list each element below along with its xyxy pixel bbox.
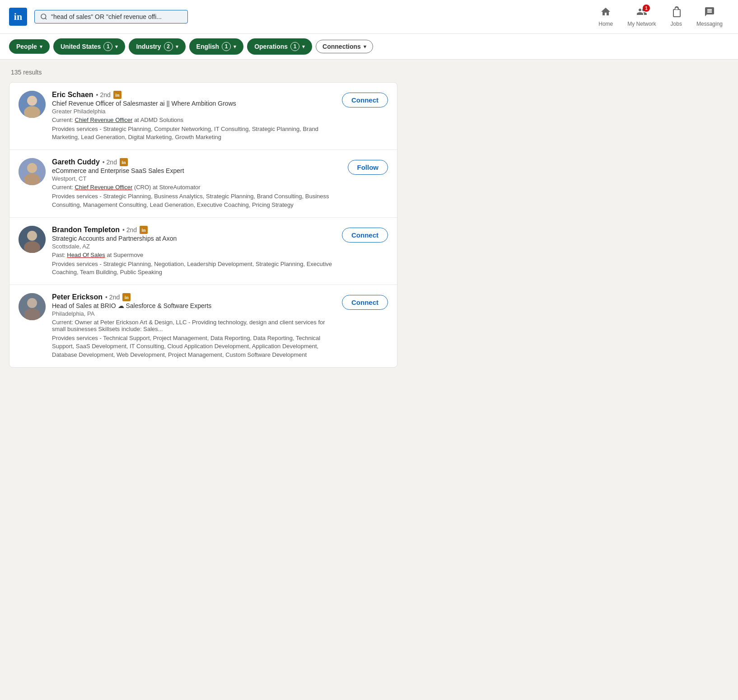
result-item-eric-schaen: Eric Schaen • 2nd in Chief Revenue Offic… [9,83,397,150]
result-name-gareth[interactable]: Gareth Cuddy [52,158,100,166]
avatar-gareth-cuddy[interactable] [19,158,46,185]
result-current-gareth: Current: Chief Revenue Officer (CRO) at … [52,184,341,191]
linkedin-badge-peter: in [122,293,131,301]
main-content: 135 results Eric Schaen • 2nd in Chief R… [0,60,406,378]
filter-people[interactable]: People ▾ [9,39,50,54]
result-name-row-gareth: Gareth Cuddy • 2nd in [52,158,341,166]
connect-button-brandon[interactable]: Connect [342,228,388,243]
svg-point-6 [27,163,37,173]
result-degree-eric: • 2nd [96,91,111,98]
nav-messaging[interactable]: Messaging [690,5,729,29]
filter-people-chevron: ▾ [40,44,42,50]
result-name-brandon[interactable]: Brandon Templeton [52,226,120,234]
current-role-rest-eric: at ADMD Solutions [134,117,183,123]
search-input[interactable] [51,13,182,20]
network-badge: 1 [643,5,650,12]
nav-jobs-label: Jobs [671,21,682,27]
svg-line-1 [45,18,47,19]
filter-operations-label: Operations [254,43,288,50]
filter-operations-chevron: ▾ [302,44,305,50]
messaging-icon [704,6,715,20]
filter-industry-label: Industry [136,43,161,50]
current-label-eric: Current: [52,117,73,123]
filter-operations-badge: 1 [290,42,299,51]
filter-united-states[interactable]: United States 1 ▾ [53,38,125,55]
filter-bar: People ▾ United States 1 ▾ Industry 2 ▾ … [0,34,738,60]
result-info-gareth: Gareth Cuddy • 2nd in eCommerce and Ente… [52,158,341,209]
svg-point-0 [41,14,46,19]
current-role-brandon: Head Of Sales [67,252,105,258]
search-bar[interactable] [34,10,188,23]
main-nav: Home 1 My Network Jobs Messaging [592,5,729,29]
svg-point-3 [27,96,37,106]
current-label-peter: Current: [52,319,73,326]
result-name-row-peter: Peter Erickson • 2nd in [52,293,336,301]
filter-industry-badge: 2 [164,42,173,51]
result-name-row-brandon: Brandon Templeton • 2nd in [52,226,336,234]
search-icon [40,13,47,20]
filter-english-chevron: ▾ [234,44,236,50]
result-name-peter[interactable]: Peter Erickson [52,293,103,301]
filter-english-label: English [196,43,220,50]
nav-home[interactable]: Home [592,5,619,29]
nav-my-network[interactable]: 1 My Network [621,5,662,29]
avatar-brandon-templeton[interactable] [19,226,46,253]
header: in Home 1 My Network Jobs [0,0,738,34]
nav-jobs[interactable]: Jobs [664,5,688,29]
current-role-eric: Chief Revenue Officer [75,117,133,123]
result-current-eric: Current: Chief Revenue Officer at ADMD S… [52,117,336,123]
result-degree-peter: • 2nd [105,294,120,301]
result-services-gareth: Provides services - Strategic Planning, … [52,192,341,209]
result-info-peter: Peter Erickson • 2nd in Head of Sales at… [52,293,336,359]
result-item-peter-erickson: Peter Erickson • 2nd in Head of Sales at… [9,285,397,367]
result-services-peter: Provides services - Technical Support, P… [52,334,336,359]
avatar-eric-schaen[interactable] [19,91,46,118]
current-label-brandon: Past: [52,252,65,258]
nav-home-label: Home [598,21,613,27]
linkedin-badge-brandon: in [140,226,148,234]
filter-english-badge: 1 [222,42,231,51]
current-role-gareth: Chief Revenue Officer [75,184,133,191]
connect-button-peter[interactable]: Connect [342,295,388,310]
filter-industry-chevron: ▾ [176,44,178,50]
filter-connections[interactable]: Connections ▾ [316,40,373,53]
result-headline-gareth: eCommerce and Enterprise SaaS Sales Expe… [52,167,341,174]
linkedin-logo[interactable]: in [9,8,27,26]
current-label-gareth: Current: [52,184,73,191]
result-current-peter: Current: Owner at Peter Erickson Art & D… [52,319,336,332]
result-location-eric: Greater Philadelphia [52,108,336,115]
follow-button-gareth[interactable]: Follow [348,160,388,175]
filter-us-badge: 1 [103,42,112,51]
result-name-row-eric: Eric Schaen • 2nd in [52,91,336,99]
result-headline-eric: Chief Revenue Officer of Salesmaster ai … [52,100,336,107]
result-info-eric: Eric Schaen • 2nd in Chief Revenue Offic… [52,91,336,141]
linkedin-badge-eric: in [113,91,121,99]
result-location-gareth: Westport, CT [52,175,341,182]
filter-english[interactable]: English 1 ▾ [189,38,244,55]
result-headline-peter: Head of Sales at BRIO ☁ Salesforce & Sof… [52,302,336,309]
result-name-eric[interactable]: Eric Schaen [52,91,93,99]
result-location-peter: Philadelphia, PA [52,310,336,317]
result-degree-brandon: • 2nd [122,226,137,233]
result-current-brandon: Past: Head Of Sales at Supermove [52,252,336,258]
result-services-brandon: Provides services - Strategic Planning, … [52,260,336,276]
avatar-peter-erickson[interactable] [19,293,46,320]
filter-us-label: United States [61,43,101,50]
svg-point-12 [27,298,37,308]
result-location-brandon: Scottsdale, AZ [52,243,336,250]
results-count: 135 results [9,69,397,76]
current-role-rest-gareth: (CRO) at StoreAutomator [134,184,201,191]
network-icon: 1 [636,6,647,20]
result-services-eric: Provides services - Strategic Planning, … [52,125,336,141]
current-role-rest-brandon: at Supermove [107,252,143,258]
result-item-brandon-templeton: Brandon Templeton • 2nd in Strategic Acc… [9,218,397,285]
svg-point-9 [27,231,37,241]
connect-button-eric[interactable]: Connect [342,93,388,107]
filter-operations[interactable]: Operations 1 ▾ [247,38,312,55]
filter-connections-chevron: ▾ [364,44,366,50]
filter-people-label: People [16,43,37,50]
result-degree-gareth: • 2nd [103,159,117,166]
filter-industry[interactable]: Industry 2 ▾ [129,38,185,55]
current-role-rest-peter: Owner at Peter Erickson Art & Design, LL… [52,319,325,332]
nav-messaging-label: Messaging [696,21,723,27]
